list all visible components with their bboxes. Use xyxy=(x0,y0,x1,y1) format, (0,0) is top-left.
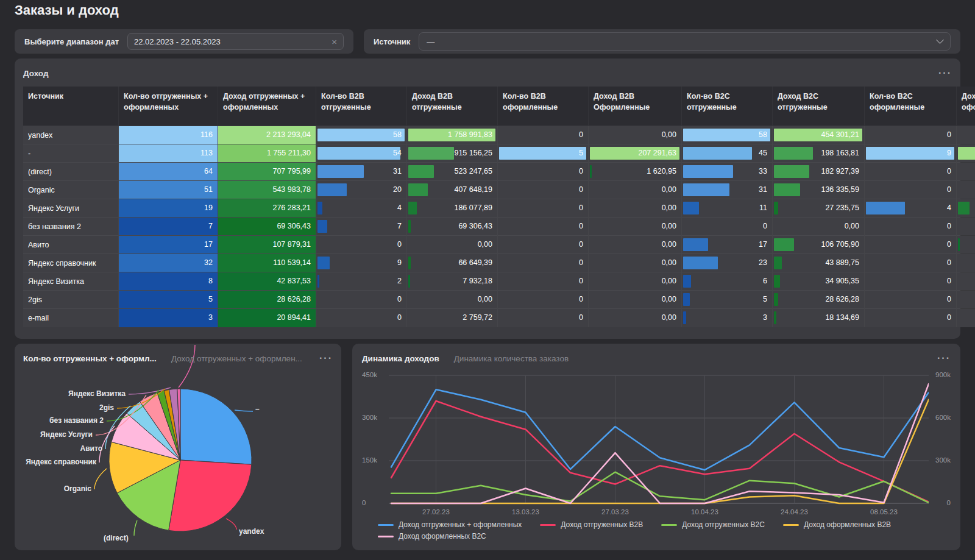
source-select[interactable]: — xyxy=(419,32,951,51)
pie-label-line xyxy=(94,469,107,489)
table-cell: 0,00 xyxy=(957,218,975,236)
table-cell: 0 xyxy=(498,309,589,327)
table-cell: 34 905,35 xyxy=(773,272,865,291)
legend-item[interactable]: Доход оформленных B2C xyxy=(378,532,486,541)
table-cell: 0 xyxy=(682,218,773,236)
pie-slice[interactable] xyxy=(169,460,252,531)
y-axis-tick: 300k xyxy=(362,414,377,421)
pie-panel: Яндекс Визитка2gisбез названия 2Яндекс У… xyxy=(15,344,341,550)
column-header[interactable]: Кол-во B2C отгруженные xyxy=(682,87,773,126)
legend-swatch xyxy=(540,524,556,526)
source-cell: 2gis xyxy=(23,291,119,309)
table-cell: 0,00 xyxy=(589,236,682,254)
pie-label-line xyxy=(226,519,236,530)
table-cell: 0 xyxy=(865,236,957,254)
tab-pie-revenue[interactable]: Доход отгруженных + оформлен... xyxy=(171,354,302,363)
source-cell: Яндекс справочник xyxy=(23,254,119,272)
table-cell: 62 969,57 xyxy=(957,199,975,218)
table-cell: 0 xyxy=(316,291,407,309)
table-cell: 0 xyxy=(498,218,589,236)
table-cell: 4 xyxy=(316,199,407,218)
legend-item[interactable]: Доход отгруженных + оформленных xyxy=(378,520,522,529)
pie-slice-label: Organic xyxy=(64,484,91,493)
table-cell: 0,00 xyxy=(589,218,682,236)
pie-slice[interactable] xyxy=(180,389,252,464)
pie-chart: Яндекс Визитка2gisбез названия 2Яндекс У… xyxy=(15,344,341,550)
pie-slice-label: yandex xyxy=(239,527,264,536)
column-header[interactable]: Доход B2B отгруженные xyxy=(407,87,498,126)
table-cell: 106 705,90 xyxy=(773,236,865,254)
table-cell: 107 879,31 xyxy=(218,236,316,254)
table-cell: 51 xyxy=(119,181,218,199)
x-axis-label: 10.04.23 xyxy=(691,508,718,516)
column-header[interactable]: Кол-во B2B отгруженные xyxy=(316,87,407,126)
table-cell: 0,00 xyxy=(589,272,682,291)
date-filter: Выберите диапазон дат 22.02.2023 - 22.05… xyxy=(15,29,353,54)
table-cell: 0,00 xyxy=(957,126,975,144)
legend-item[interactable]: Доход оформленных B2B xyxy=(783,520,891,529)
table-cell: 0 xyxy=(865,309,957,327)
y-axis-tick: 600k xyxy=(935,414,951,421)
table-cell: 1 620,95 xyxy=(589,163,682,181)
table-cell: 182 927,39 xyxy=(773,163,865,181)
table-cell: 0,00 xyxy=(589,254,682,272)
y-axis-left: 0300k600k900k xyxy=(362,370,383,511)
revenue-table: ИсточникКол-во отгруженных + оформленных… xyxy=(23,87,975,327)
legend-label: Доход оформленных B2B xyxy=(804,520,891,529)
table-cell: 0 xyxy=(865,126,957,144)
table-row: без названия 2769 306,43769 306,4300,000… xyxy=(23,218,975,236)
column-header[interactable]: Доход B2C оформленные xyxy=(957,87,975,126)
table-cell: 276 283,21 xyxy=(218,199,316,218)
clear-icon[interactable]: × xyxy=(332,37,337,46)
source-cell: Яндекс Визитка xyxy=(23,272,119,291)
panel-menu-icon[interactable]: ··· xyxy=(937,355,951,361)
table-cell: 17 xyxy=(682,236,773,254)
table-cell: 0,00 xyxy=(957,181,975,199)
source-cell: Organic xyxy=(23,181,119,199)
column-header[interactable]: Доход B2B Оформленные xyxy=(589,87,682,126)
y-axis-tick: 0 xyxy=(947,499,951,506)
date-range-input[interactable]: 22.02.2023 - 22.05.2023 × xyxy=(127,33,344,50)
column-header[interactable]: Кол-во B2B оформленные xyxy=(498,87,589,126)
table-row: yandex1162 213 293,04581 758 991,8300,00… xyxy=(23,126,975,144)
line-series xyxy=(391,389,929,470)
tab-pie-count[interactable]: Кол-во отгруженных + оформл... xyxy=(23,354,157,363)
panel-menu-icon[interactable]: ··· xyxy=(319,355,333,361)
table-cell: 45 xyxy=(682,144,773,163)
tab-orders-dynamics[interactable]: Динамика количества заказов xyxy=(454,354,569,363)
table-cell: 69 306,43 xyxy=(407,218,498,236)
table-row: 2gis528 626,2800,0000,00528 626,2800,00 xyxy=(23,291,975,309)
tab-revenue-dynamics[interactable]: Динамика доходов xyxy=(362,354,439,363)
table-cell: 0 xyxy=(498,254,589,272)
table-cell: 0 xyxy=(316,236,407,254)
chart-legend: Доход отгруженных + оформленныхДоход отг… xyxy=(362,520,951,541)
table-cell: 523 247,65 xyxy=(407,163,498,181)
y-axis-tick: 0 xyxy=(362,499,366,506)
table-cell: 0 xyxy=(316,309,407,327)
source-cell: yandex xyxy=(23,126,119,144)
panel-menu-icon[interactable]: ··· xyxy=(938,70,952,76)
table-row: Авито17107 879,3100,0000,0017106 705,900… xyxy=(23,236,975,254)
legend-item[interactable]: Доход отгруженных B2B xyxy=(540,520,643,529)
table-cell: 20 894,41 xyxy=(218,309,316,327)
source-filter-label: Источник xyxy=(374,37,410,46)
column-header[interactable]: Источник xyxy=(23,87,119,126)
x-axis-label: 24.04.23 xyxy=(781,508,808,516)
table-cell: 8 xyxy=(119,272,218,291)
source-cell: Яндекс Услуги xyxy=(23,199,119,218)
pie-slice-label: Яндекс Визитка xyxy=(68,389,126,398)
column-header[interactable]: Кол-во отгруженных + оформленных xyxy=(119,87,218,126)
source-cell: (direct) xyxy=(23,163,119,181)
table-cell: 207 291,63 xyxy=(589,144,682,163)
table-cell: 1 755 211,30 xyxy=(218,144,316,163)
column-header[interactable]: Доход B2C отгруженные xyxy=(773,87,865,126)
table-cell: 7 932,18 xyxy=(407,272,498,291)
column-header[interactable]: Кол-во B2C оформленные xyxy=(865,87,957,126)
table-cell: 58 xyxy=(316,126,407,144)
table-cell: 9 xyxy=(865,144,957,163)
legend-item[interactable]: Доход отгруженных B2C xyxy=(661,520,765,529)
column-header[interactable]: Доход отгруженных + оформленных xyxy=(218,87,316,126)
table-cell: 33 xyxy=(682,163,773,181)
source-select-value: — xyxy=(427,37,937,46)
table-cell: 7 xyxy=(119,218,218,236)
